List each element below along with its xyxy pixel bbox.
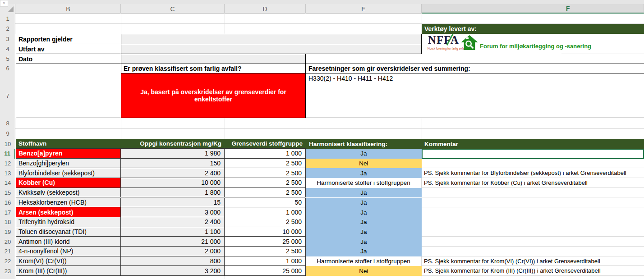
- cell-harmonisert[interactable]: Ja: [306, 168, 422, 178]
- cell-stoffnavn[interactable]: Benzo[a]pyren: [16, 149, 121, 159]
- cell-grenseverdi[interactable]: 2 500: [225, 159, 306, 169]
- cell-harmonisert[interactable]: Harmoniserte stoffer i stoffgruppen: [306, 256, 422, 266]
- row-header-22[interactable]: 22: [0, 256, 15, 266]
- row-header-7[interactable]: 7: [0, 73, 15, 118]
- label-utfort-av[interactable]: Utført av: [16, 44, 121, 54]
- cell-harmonisert[interactable]: Ja: [306, 247, 422, 256]
- input-cell-utfort[interactable]: [121, 44, 421, 54]
- label-dato[interactable]: Dato: [16, 54, 121, 64]
- label-rapporten-gjelder[interactable]: Rapporten gjelder: [16, 34, 121, 44]
- row-header-8[interactable]: 8: [0, 118, 15, 128]
- row-header-17[interactable]: 17: [0, 207, 15, 217]
- cell-stoffnavn[interactable]: Antimon (III) klorid: [16, 237, 121, 247]
- cell-grenseverdi[interactable]: 25 000: [225, 237, 306, 247]
- cell-konsentrasjon[interactable]: 21 000: [121, 237, 225, 247]
- row-header-16[interactable]: 16: [0, 198, 15, 208]
- cell-stoffnavn[interactable]: 4-n-nonylfenol (NP): [16, 247, 121, 256]
- cell-harmonisert[interactable]: Harmoniserte stoffer i stoffgruppen: [306, 178, 422, 188]
- cell-kommentar[interactable]: [422, 227, 644, 237]
- cell-stoffnavn[interactable]: Kvikksølv (sekkepost): [16, 188, 121, 198]
- cell-konsentrasjon[interactable]: 1 980: [121, 149, 225, 159]
- row-header-21[interactable]: 21: [0, 247, 15, 256]
- header-grenseverdi[interactable]: Grenseverdi stoffgruppe: [225, 139, 306, 149]
- column-header-d[interactable]: D: [225, 4, 306, 14]
- question-farlig-avfall[interactable]: Er prøven klassifisert som farlig avfall…: [121, 64, 305, 73]
- cell-grenseverdi[interactable]: 1 000: [225, 256, 306, 266]
- column-header-e[interactable]: E: [306, 4, 422, 14]
- chevron-down-icon[interactable]: ˅: [0, 0, 8, 7]
- cell-harmonisert[interactable]: Nei: [306, 266, 422, 276]
- row-header-9[interactable]: 9: [0, 128, 15, 139]
- row-header-23[interactable]: 23: [0, 266, 15, 276]
- cell-grenseverdi[interactable]: 25 000: [225, 266, 306, 276]
- header-harmonisert[interactable]: Harmonisert klassifisering:: [306, 139, 422, 149]
- row-header-2[interactable]: 2: [0, 23, 15, 34]
- cell-kommentar[interactable]: [422, 217, 644, 227]
- cell-harmonisert[interactable]: Ja: [306, 237, 422, 247]
- column-header-b[interactable]: B: [16, 4, 121, 14]
- row-header-5[interactable]: 5: [0, 54, 15, 64]
- cell-kommentar[interactable]: PS. Sjekk kommentar for Kobber (Cu) i ar…: [422, 178, 644, 188]
- row-header-18[interactable]: 18: [0, 217, 15, 227]
- cell-grenseverdi[interactable]: 50: [225, 198, 306, 208]
- cell-kommentar[interactable]: PS. Sjekk kommentar for Blyforbindelser …: [422, 168, 644, 178]
- row-header-6[interactable]: 6: [0, 64, 15, 73]
- cell-harmonisert[interactable]: Ja: [306, 207, 422, 217]
- row-header-4[interactable]: 4: [0, 44, 15, 54]
- cell-grenseverdi[interactable]: 1 000: [225, 207, 306, 217]
- cell-stoffnavn[interactable]: Krom (III) (Cr(III)): [16, 266, 121, 276]
- input-cell-dato[interactable]: [121, 54, 305, 64]
- cell-konsentrasjon[interactable]: 3 200: [121, 266, 225, 276]
- cell-grenseverdi[interactable]: 2 500: [225, 168, 306, 178]
- row-header-3[interactable]: 3: [0, 34, 15, 44]
- row-header-10[interactable]: 10: [0, 139, 15, 149]
- cell-konsentrasjon[interactable]: 800: [121, 256, 225, 266]
- cell-konsentrasjon[interactable]: 150: [121, 159, 225, 169]
- cell-harmonisert[interactable]: Ja: [306, 188, 422, 198]
- header-stoffnavn[interactable]: Stoffnavn: [16, 139, 121, 149]
- header-kommentar[interactable]: Kommentar: [422, 139, 644, 149]
- row-header-15[interactable]: 15: [0, 188, 15, 198]
- row-header-13[interactable]: 13: [0, 168, 15, 178]
- input-cell-rapporten[interactable]: [121, 34, 421, 44]
- cell-kommentar[interactable]: PS. Sjekk kommentar for Krom(VI) (Cr(VI)…: [422, 256, 644, 266]
- cell-konsentrasjon[interactable]: 3 000: [121, 207, 225, 217]
- cell-kommentar[interactable]: [422, 237, 644, 247]
- cell-harmonisert[interactable]: Ja: [306, 149, 422, 159]
- hazard-values-cell[interactable]: H330(2) - H410 - H411 - H412: [308, 75, 393, 82]
- cell-kommentar[interactable]: [422, 159, 644, 169]
- row-header-1[interactable]: 1: [0, 14, 15, 23]
- row-header-11[interactable]: 11: [0, 149, 15, 159]
- cell-stoffnavn[interactable]: Benzo[ghi]perylen: [16, 159, 121, 169]
- column-header-f[interactable]: F: [422, 4, 644, 14]
- cell-konsentrasjon[interactable]: 1 800: [121, 188, 225, 198]
- cell-konsentrasjon[interactable]: 2 000: [121, 247, 225, 256]
- cell-kommentar[interactable]: [422, 149, 644, 159]
- column-header-c[interactable]: C: [121, 4, 225, 14]
- cell-stoffnavn[interactable]: Krom(VI) (Cr(VI)): [16, 256, 121, 266]
- cell-stoffnavn[interactable]: Toluen diisocyanat (TDI): [16, 227, 121, 237]
- hazard-header[interactable]: Faresetninger som gir overskridelser ved…: [306, 64, 644, 73]
- cell-harmonisert[interactable]: Nei: [306, 159, 422, 169]
- cell-konsentrasjon[interactable]: 2 400: [121, 168, 225, 178]
- cell-grenseverdi[interactable]: 2 500: [225, 188, 306, 198]
- row-header-19[interactable]: 19: [0, 227, 15, 237]
- cell-harmonisert[interactable]: Ja: [306, 217, 422, 227]
- row-header-12[interactable]: 12: [0, 159, 15, 169]
- cell-kommentar[interactable]: PS. Sjekk kommentar for Krom (III) (Cr(I…: [422, 266, 644, 276]
- cell-konsentrasjon[interactable]: 15: [121, 198, 225, 208]
- cell-kommentar[interactable]: [422, 188, 644, 198]
- cell-konsentrasjon[interactable]: 2 400: [121, 217, 225, 227]
- classification-answer-cell[interactable]: Ja, basert på overskridelser av grenseve…: [121, 73, 305, 118]
- cell-grenseverdi[interactable]: 2 500: [225, 217, 306, 227]
- row-header-20[interactable]: 20: [0, 237, 15, 247]
- cell-konsentrasjon[interactable]: 10 000: [121, 178, 225, 188]
- row-header-14[interactable]: 14: [0, 178, 15, 188]
- cell-stoffnavn[interactable]: Heksaklorbenzen (HCB): [16, 198, 121, 208]
- cell-stoffnavn[interactable]: Trifenyltin hydroksid: [16, 217, 121, 227]
- cell-stoffnavn[interactable]: Blyforbindelser (sekkepost): [16, 168, 121, 178]
- cell-konsentrasjon[interactable]: 1 100: [121, 227, 225, 237]
- cell-grenseverdi[interactable]: 2 500: [225, 247, 306, 256]
- cell-grenseverdi[interactable]: 1 000: [225, 149, 306, 159]
- cell-stoffnavn[interactable]: Kobber (Cu): [16, 178, 121, 188]
